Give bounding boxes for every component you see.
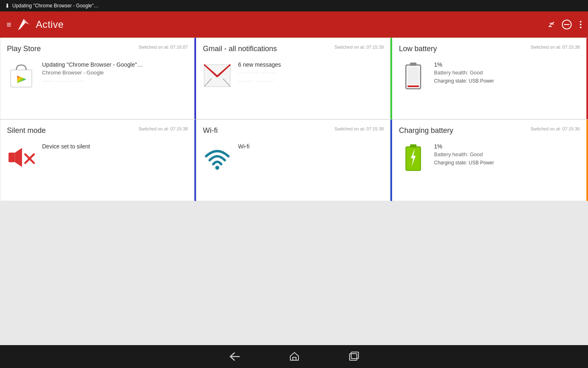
card-play-store-secondary: Chrome Browser - Google [42,70,188,76]
status-notification-text: Updating "Chrome Browser - Google"… [12,3,98,9]
dot1 [580,21,581,22]
card-wifi-body: Wi-fi [203,141,384,172]
card-charging-battery-tertiary: Charging state: USB Power [434,160,580,166]
card-wifi-title: Wi-fi [203,126,218,135]
card-wifi[interactable]: Wi-fi Switched on at: 07:15:38 Wi-fi [196,119,392,201]
svg-marker-0 [18,19,25,30]
low-battery-svg [404,61,422,90]
card-low-battery-secondary: Battery health: Good [434,70,580,76]
recents-icon [349,351,359,362]
card-charging-battery-header: Charging battery Switched on at: 07:15:3… [399,126,580,135]
card-play-store-timestamp: Switched on at: 07:16:07 [138,45,188,49]
card-gmail-body: 6 new messages ·············· ··········… [203,60,384,90]
card-wifi-timestamp: Switched on at: 07:15:38 [334,126,384,131]
low-battery-icon [399,61,428,90]
gmail-svg [203,64,231,88]
card-play-store-text: Updating "Chrome Browser - Google"… Chro… [42,61,188,84]
status-bar-notification: ⬇ Updating "Chrome Browser - Google"… [5,2,98,9]
download-icon: ⬇ [5,2,10,9]
card-gmail-tertiary: ·········· · ············· [238,78,384,84]
card-low-battery-header: Low battery Switched on at: 07:15:38 [399,45,580,53]
svg-rect-21 [410,144,416,148]
card-low-battery-primary: 1% [434,61,580,68]
card-charging-battery-primary: 1% [434,143,580,150]
app-title: Active [36,19,64,30]
card-gmail-text: 6 new messages ·············· ··········… [238,61,384,84]
card-low-battery-body: 1% Battery health: Good Charging state: … [399,60,580,90]
card-wifi-header: Wi-fi Switched on at: 07:15:38 [203,126,384,135]
card-gmail[interactable]: Gmail - all notifications Switched on at… [196,38,392,119]
home-icon [289,351,300,362]
card-silent-mode-title: Silent mode [7,126,46,135]
card-gmail-timestamp: Switched on at: 07:15:39 [334,45,384,49]
card-charging-battery-text: 1% Battery health: Good Charging state: … [434,143,580,166]
no-entry-icon[interactable] [562,20,572,29]
card-low-battery-timestamp: Switched on at: 07:15:38 [530,45,580,49]
dot2 [580,24,581,25]
sleep-icon[interactable]: Zz [549,21,554,28]
card-play-store-primary: Updating "Chrome Browser - Google"… [42,61,188,68]
card-gmail-title: Gmail - all notifications [203,45,277,53]
svg-marker-16 [15,148,22,167]
card-silent-mode-body: Device set to silent [7,141,188,172]
card-play-store[interactable]: Play Store Switched on at: 07:16:07 [0,38,196,119]
more-options-icon[interactable] [580,21,581,28]
card-wifi-text: Wi-fi [238,143,384,151]
gmail-icon [203,61,232,90]
card-low-battery-tertiary: Charging state: USB Power [434,78,580,84]
card-gmail-primary: 6 new messages [238,61,384,68]
svg-rect-24 [293,357,296,360]
dot3 [580,27,581,28]
wifi-icon [203,143,232,172]
svg-rect-11 [410,63,416,66]
svg-rect-13 [408,67,419,85]
card-silent-mode-header: Silent mode Switched on at: 07:15:38 [7,126,188,135]
card-silent-mode[interactable]: Silent mode Switched on at: 07:15:38 Dev… [0,119,196,201]
card-charging-battery-secondary: Battery health: Good [434,151,580,157]
card-play-store-tertiary: ········· ·············· ······ [42,78,188,84]
card-silent-mode-primary: Device set to silent [42,143,188,150]
app-header: ≡ Active Zz [0,11,588,38]
card-play-store-header: Play Store Switched on at: 07:16:07 [7,45,188,53]
card-low-battery[interactable]: Low battery Switched on at: 07:15:38 1 [392,38,588,119]
card-low-battery-title: Low battery [399,45,437,53]
no-entry-line [564,24,570,25]
wifi-svg [203,145,232,170]
card-low-battery-text: 1% Battery health: Good Charging state: … [434,61,580,84]
main-content: Play Store Switched on at: 07:16:07 [0,38,588,201]
menu-icon[interactable]: ≡ [7,20,11,29]
card-play-store-title: Play Store [7,45,41,53]
status-bar: ⬇ Updating "Chrome Browser - Google"… [0,0,588,11]
play-store-icon [7,61,36,90]
back-button[interactable] [229,352,240,361]
card-charging-battery-body: 1% Battery health: Good Charging state: … [399,141,580,172]
play-store-svg [9,63,33,89]
silent-svg [7,145,36,170]
card-gmail-secondary: ·············· ·········· [238,70,384,76]
svg-point-19 [215,166,219,170]
card-charging-battery-title: Charging battery [399,126,453,135]
card-silent-mode-text: Device set to silent [42,143,188,151]
header-right: Zz [549,20,581,29]
bottom-nav [0,345,588,368]
card-play-store-body: Updating "Chrome Browser - Google"… Chro… [7,60,188,90]
svg-rect-26 [351,352,359,359]
card-silent-mode-timestamp: Switched on at: 07:15:38 [138,126,188,131]
svg-rect-15 [9,153,15,162]
silent-mode-icon [7,143,36,172]
charging-battery-svg [404,143,422,172]
app-logo-icon [16,17,31,32]
svg-rect-14 [408,85,419,87]
header-left: ≡ Active [7,17,64,32]
svg-rect-25 [350,354,357,360]
charging-battery-icon [399,143,428,172]
card-gmail-header: Gmail - all notifications Switched on at… [203,45,384,53]
card-wifi-primary: Wi-fi [238,143,384,150]
recents-button[interactable] [349,351,359,362]
card-charging-battery-timestamp: Switched on at: 07:15:36 [530,126,580,131]
back-icon [229,352,240,361]
home-button[interactable] [289,351,300,362]
card-charging-battery[interactable]: Charging battery Switched on at: 07:15:3… [392,119,588,201]
